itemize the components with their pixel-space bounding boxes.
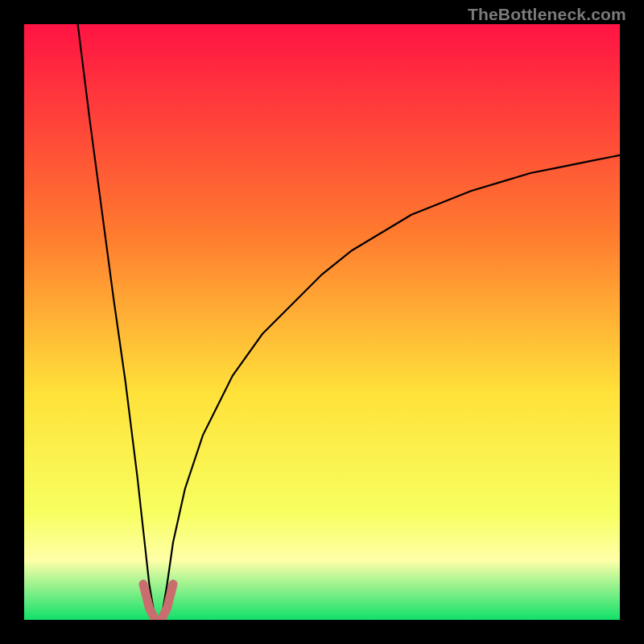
chart-frame: TheBottleneck.com [0, 0, 644, 644]
plot-svg [24, 24, 620, 620]
plot-area [24, 24, 620, 620]
watermark-text: TheBottleneck.com [468, 5, 626, 24]
gradient-background [24, 24, 620, 620]
